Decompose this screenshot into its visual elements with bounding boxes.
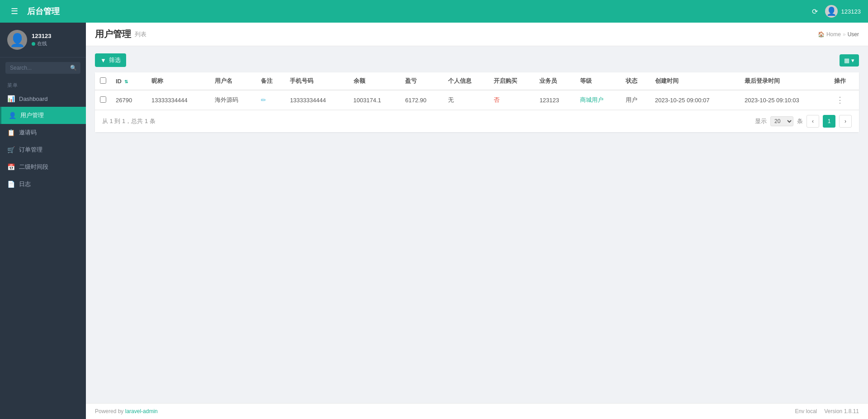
data-table-wrapper: ID ⇅ 昵称 用户名 备注 手机号码 余额 盈亏 个人信息 开启购买 业务员 [95, 72, 859, 132]
page-footer: Powered by laravel-admin Env local Versi… [86, 403, 868, 419]
log-icon: 📄 [7, 181, 14, 188]
page-header: 用户管理 列表 🏠 Home » User [86, 23, 868, 46]
main-content: ▼ 筛选 ▦ ▾ I [86, 46, 868, 403]
columns-button[interactable]: ▦ ▾ [840, 54, 859, 67]
sidebar-item-invite-code[interactable]: 📋 邀请码 [0, 124, 86, 141]
powered-by-label: Powered by [95, 408, 123, 414]
select-all-col [95, 72, 111, 90]
sidebar-status: 在线 [32, 40, 51, 47]
sidebar-section-label: 菜单 [0, 78, 86, 90]
select-all-checkbox[interactable] [100, 77, 106, 84]
app-title: 后台管理 [27, 6, 60, 17]
table-body: 26790 13333334444 海外源码 ✏ 13333334444 100… [95, 90, 859, 110]
note-edit-button[interactable]: ✏ [261, 96, 266, 104]
page-size-select[interactable]: 20 50 100 [770, 116, 793, 126]
row-checkbox[interactable] [100, 96, 106, 103]
open-purchase-link[interactable]: 否 [494, 96, 500, 103]
filter-label: 筛选 [109, 56, 121, 64]
home-icon: 🏠 [818, 31, 825, 38]
columns-icon: ▦ [844, 57, 849, 64]
sidebar-item-user-management[interactable]: 👤 用户管理 [0, 107, 86, 124]
columns-dropdown-icon: ▾ [851, 57, 854, 64]
search-icon: 🔍 [70, 65, 77, 71]
col-phone: 手机号码 [285, 72, 349, 90]
data-table: ID ⇅ 昵称 用户名 备注 手机号码 余额 盈亏 个人信息 开启购买 业务员 [95, 72, 859, 110]
row-checkbox-cell [95, 90, 111, 110]
cell-nickname: 13333334444 [147, 90, 210, 110]
calendar-icon: 📅 [7, 163, 14, 171]
page-1-button[interactable]: 1 [823, 115, 835, 128]
cell-salesman: 123123 [535, 90, 575, 110]
col-personal-info: 个人信息 [443, 72, 489, 90]
filter-bar: ▼ 筛选 ▦ ▾ [95, 53, 859, 67]
cell-open-purchase: 否 [489, 90, 535, 110]
col-id: ID ⇅ [111, 72, 147, 90]
sort-icon[interactable]: ⇅ [124, 79, 128, 84]
sidebar-status-label: 在线 [37, 40, 47, 47]
col-note: 备注 [256, 72, 286, 90]
sidebar-item-label: 用户管理 [20, 111, 44, 119]
col-balance: 余额 [349, 72, 401, 90]
filter-button[interactable]: ▼ 筛选 [95, 53, 126, 67]
footer-link[interactable]: laravel-admin [125, 408, 158, 414]
breadcrumb: 🏠 Home » User [818, 31, 859, 38]
col-salesman: 业务员 [535, 72, 575, 90]
col-created-at: 创建时间 [651, 72, 740, 90]
header-username: 123123 [841, 8, 861, 15]
user-icon: 👤 [9, 112, 16, 119]
col-profit-loss: 盈亏 [401, 72, 443, 90]
sidebar-user-info: 123123 在线 [32, 33, 51, 47]
env-info: Env local [795, 408, 817, 414]
filter-icon: ▼ [100, 57, 106, 64]
cell-personal-info: 无 [443, 90, 489, 110]
order-icon: 🛒 [7, 146, 14, 153]
sidebar: 👤 123123 在线 🔍 菜单 📊 Dashboard 👤 用户管理 [0, 23, 86, 419]
cell-id: 26790 [111, 90, 147, 110]
table-row: 26790 13333334444 海外源码 ✏ 13333334444 100… [95, 90, 859, 110]
header-user-info[interactable]: 👤 123123 [825, 5, 861, 18]
pagination-info: 从 1 到 1，总共 1 条 [102, 117, 156, 125]
top-header: ☰ 后台管理 ⟳ 👤 123123 [0, 0, 868, 23]
cell-status: 用户 [621, 90, 651, 110]
cell-profit-loss: 6172.90 [401, 90, 443, 110]
breadcrumb-current: User [848, 31, 859, 38]
sidebar-item-label: 邀请码 [19, 129, 37, 137]
display-label: 显示 [755, 117, 767, 125]
page-title-area: 用户管理 列表 [95, 28, 146, 40]
sidebar-item-order-management[interactable]: 🛒 订单管理 [0, 141, 86, 158]
sidebar-item-time-period[interactable]: 📅 二级时间段 [0, 158, 86, 176]
status-dot [32, 42, 35, 46]
page-subtitle: 列表 [135, 30, 146, 38]
sidebar-item-label: 订单管理 [19, 146, 42, 154]
sidebar-search-input[interactable] [5, 62, 80, 74]
breadcrumb-home-link[interactable]: Home [826, 31, 841, 38]
pagination-right: 显示 20 50 100 条 ‹ 1 › [755, 115, 852, 128]
sidebar-item-dashboard[interactable]: 📊 Dashboard [0, 90, 86, 107]
breadcrumb-separator: » [843, 31, 846, 38]
sidebar-item-logs[interactable]: 📄 日志 [0, 176, 86, 193]
cell-level: 商城用户 [576, 90, 621, 110]
per-page-label: 条 [797, 117, 803, 125]
level-link[interactable]: 商城用户 [580, 96, 604, 103]
prev-page-button[interactable]: ‹ [807, 115, 819, 128]
cell-phone: 13333334444 [285, 90, 349, 110]
col-last-login: 最后登录时间 [740, 72, 830, 90]
cell-username: 海外源码 [210, 90, 256, 110]
row-more-button[interactable]: ⋮ [834, 95, 846, 105]
sidebar-search-area: 🔍 [0, 57, 86, 78]
table-footer: 从 1 到 1，总共 1 条 显示 20 50 100 条 ‹ 1 › [95, 110, 859, 132]
sidebar-user-panel: 👤 123123 在线 [0, 23, 86, 57]
dashboard-icon: 📊 [7, 95, 14, 102]
next-page-button[interactable]: › [839, 115, 852, 128]
sidebar-username: 123123 [32, 33, 51, 39]
header-left: ☰ 后台管理 [7, 5, 60, 18]
cell-balance: 1003174.1 [349, 90, 401, 110]
hamburger-button[interactable]: ☰ [7, 5, 22, 18]
footer-right: Env local Version 1.8.11 [795, 408, 859, 414]
invite-icon: 📋 [7, 129, 14, 136]
header-right: ⟳ 👤 123123 [812, 5, 861, 18]
col-username: 用户名 [210, 72, 256, 90]
cell-action: ⋮ [830, 90, 859, 110]
main-layout: 👤 123123 在线 🔍 菜单 📊 Dashboard 👤 用户管理 [0, 23, 868, 419]
refresh-icon[interactable]: ⟳ [812, 7, 818, 16]
